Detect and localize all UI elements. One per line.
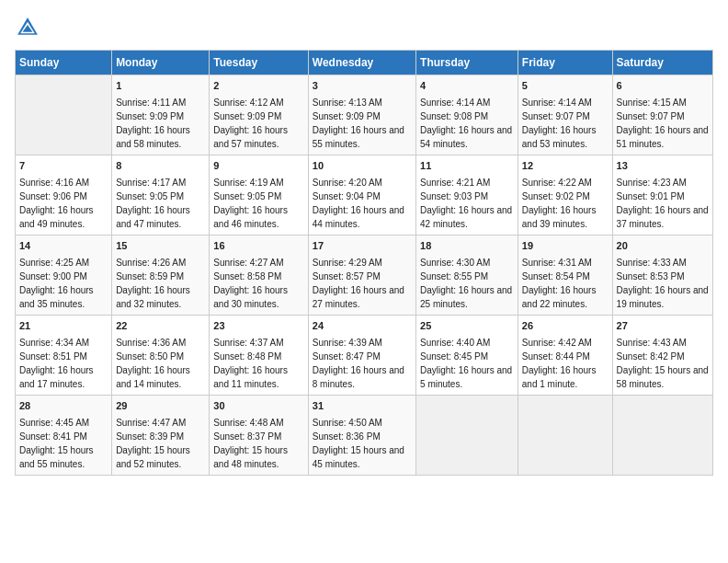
calendar-cell: 30Sunrise: 4:48 AMSunset: 8:37 PMDayligh… bbox=[210, 395, 308, 475]
sunrise-text: Sunrise: 4:22 AM bbox=[522, 178, 592, 188]
week-row-5: 28Sunrise: 4:45 AMSunset: 8:41 PMDayligh… bbox=[16, 395, 713, 475]
cell-info: Sunrise: 4:27 AMSunset: 8:58 PMDaylight:… bbox=[213, 256, 303, 311]
sunset-text: Sunset: 9:05 PM bbox=[116, 191, 184, 201]
sunrise-text: Sunrise: 4:20 AM bbox=[313, 178, 382, 188]
sunset-text: Sunset: 8:59 PM bbox=[116, 271, 184, 282]
day-number: 13 bbox=[617, 159, 709, 174]
sunrise-text: Sunrise: 4:21 AM bbox=[420, 178, 490, 188]
day-number: 5 bbox=[522, 79, 609, 94]
cell-info: Sunrise: 4:30 AMSunset: 8:55 PMDaylight:… bbox=[420, 256, 514, 311]
sunset-text: Sunset: 8:54 PM bbox=[522, 271, 590, 282]
sunrise-text: Sunrise: 4:12 AM bbox=[213, 98, 283, 108]
calendar-cell: 22Sunrise: 4:36 AMSunset: 8:50 PMDayligh… bbox=[112, 315, 210, 395]
sunset-text: Sunset: 9:07 PM bbox=[617, 111, 685, 121]
day-number: 12 bbox=[522, 159, 609, 174]
cell-info: Sunrise: 4:20 AMSunset: 9:04 PMDaylight:… bbox=[313, 176, 412, 231]
sunrise-text: Sunrise: 4:42 AM bbox=[522, 338, 592, 348]
sunrise-text: Sunrise: 4:19 AM bbox=[213, 178, 283, 188]
calendar-cell bbox=[16, 75, 112, 155]
sunset-text: Sunset: 8:53 PM bbox=[617, 271, 685, 282]
header-row: SundayMondayTuesdayWednesdayThursdayFrid… bbox=[16, 51, 713, 75]
sunrise-text: Sunrise: 4:17 AM bbox=[116, 178, 186, 188]
calendar-cell: 18Sunrise: 4:30 AMSunset: 8:55 PMDayligh… bbox=[416, 235, 518, 315]
sunrise-text: Sunrise: 4:25 AM bbox=[19, 258, 89, 268]
sunset-text: Sunset: 8:39 PM bbox=[116, 431, 184, 442]
calendar-cell bbox=[612, 395, 712, 475]
daylight-text: Daylight: 15 hours and 52 minutes. bbox=[116, 445, 190, 469]
calendar-cell bbox=[416, 395, 518, 475]
sunset-text: Sunset: 8:55 PM bbox=[420, 271, 488, 282]
day-number: 2 bbox=[213, 79, 303, 94]
calendar-cell: 11Sunrise: 4:21 AMSunset: 9:03 PMDayligh… bbox=[416, 155, 518, 235]
sunrise-text: Sunrise: 4:43 AM bbox=[617, 338, 687, 348]
sunset-text: Sunset: 8:36 PM bbox=[313, 431, 381, 442]
calendar-cell: 4Sunrise: 4:14 AMSunset: 9:08 PMDaylight… bbox=[416, 75, 518, 155]
calendar-cell: 24Sunrise: 4:39 AMSunset: 8:47 PMDayligh… bbox=[308, 315, 415, 395]
daylight-text: Daylight: 16 hours and 17 minutes. bbox=[19, 365, 94, 389]
sunrise-text: Sunrise: 4:23 AM bbox=[617, 178, 687, 188]
week-row-3: 14Sunrise: 4:25 AMSunset: 9:00 PMDayligh… bbox=[16, 235, 713, 315]
daylight-text: Daylight: 16 hours and 49 minutes. bbox=[19, 205, 94, 229]
day-number: 8 bbox=[116, 159, 205, 174]
logo-icon bbox=[15, 15, 40, 40]
calendar-cell: 23Sunrise: 4:37 AMSunset: 8:48 PMDayligh… bbox=[210, 315, 308, 395]
sunrise-text: Sunrise: 4:27 AM bbox=[213, 258, 283, 268]
day-number: 4 bbox=[420, 79, 514, 94]
calendar-cell: 10Sunrise: 4:20 AMSunset: 9:04 PMDayligh… bbox=[308, 155, 415, 235]
calendar-cell: 15Sunrise: 4:26 AMSunset: 8:59 PMDayligh… bbox=[112, 235, 210, 315]
calendar-table: SundayMondayTuesdayWednesdayThursdayFrid… bbox=[15, 50, 713, 476]
cell-info: Sunrise: 4:22 AMSunset: 9:02 PMDaylight:… bbox=[522, 176, 609, 231]
cell-info: Sunrise: 4:21 AMSunset: 9:03 PMDaylight:… bbox=[420, 176, 514, 231]
daylight-text: Daylight: 16 hours and 55 minutes. bbox=[313, 125, 404, 149]
calendar-cell bbox=[518, 395, 612, 475]
day-number: 22 bbox=[116, 319, 205, 334]
day-number: 11 bbox=[420, 159, 514, 174]
daylight-text: Daylight: 16 hours and 11 minutes. bbox=[213, 365, 288, 389]
sunset-text: Sunset: 8:50 PM bbox=[116, 351, 184, 362]
sunset-text: Sunset: 8:37 PM bbox=[213, 431, 281, 442]
daylight-text: Daylight: 16 hours and 25 minutes. bbox=[420, 285, 512, 309]
cell-info: Sunrise: 4:25 AMSunset: 9:00 PMDaylight:… bbox=[19, 256, 108, 311]
daylight-text: Daylight: 16 hours and 5 minutes. bbox=[420, 365, 512, 389]
calendar-cell: 13Sunrise: 4:23 AMSunset: 9:01 PMDayligh… bbox=[612, 155, 712, 235]
cell-info: Sunrise: 4:48 AMSunset: 8:37 PMDaylight:… bbox=[213, 416, 303, 471]
calendar-cell: 21Sunrise: 4:34 AMSunset: 8:51 PMDayligh… bbox=[16, 315, 112, 395]
sunset-text: Sunset: 8:41 PM bbox=[19, 431, 87, 442]
calendar-cell: 28Sunrise: 4:45 AMSunset: 8:41 PMDayligh… bbox=[16, 395, 112, 475]
cell-info: Sunrise: 4:16 AMSunset: 9:06 PMDaylight:… bbox=[19, 176, 108, 231]
daylight-text: Daylight: 16 hours and 14 minutes. bbox=[116, 365, 190, 389]
daylight-text: Daylight: 16 hours and 22 minutes. bbox=[522, 285, 597, 309]
sunset-text: Sunset: 8:48 PM bbox=[213, 351, 281, 362]
calendar-cell: 27Sunrise: 4:43 AMSunset: 8:42 PMDayligh… bbox=[612, 315, 712, 395]
calendar-cell: 20Sunrise: 4:33 AMSunset: 8:53 PMDayligh… bbox=[612, 235, 712, 315]
daylight-text: Daylight: 16 hours and 42 minutes. bbox=[420, 205, 512, 229]
sunset-text: Sunset: 8:42 PM bbox=[617, 351, 685, 362]
daylight-text: Daylight: 16 hours and 53 minutes. bbox=[522, 125, 597, 149]
cell-info: Sunrise: 4:39 AMSunset: 8:47 PMDaylight:… bbox=[313, 336, 412, 391]
page-header bbox=[15, 15, 713, 40]
sunrise-text: Sunrise: 4:13 AM bbox=[313, 98, 382, 108]
calendar-cell: 6Sunrise: 4:15 AMSunset: 9:07 PMDaylight… bbox=[612, 75, 712, 155]
cell-info: Sunrise: 4:12 AMSunset: 9:09 PMDaylight:… bbox=[213, 96, 303, 151]
day-number: 23 bbox=[213, 319, 303, 334]
sunset-text: Sunset: 8:44 PM bbox=[522, 351, 590, 362]
sunrise-text: Sunrise: 4:16 AM bbox=[19, 178, 89, 188]
day-number: 21 bbox=[19, 319, 108, 334]
daylight-text: Daylight: 16 hours and 37 minutes. bbox=[617, 205, 709, 229]
calendar-cell: 14Sunrise: 4:25 AMSunset: 9:00 PMDayligh… bbox=[16, 235, 112, 315]
sunrise-text: Sunrise: 4:45 AM bbox=[19, 418, 89, 428]
daylight-text: Daylight: 16 hours and 51 minutes. bbox=[617, 125, 709, 149]
sunrise-text: Sunrise: 4:14 AM bbox=[522, 98, 592, 108]
calendar-cell: 8Sunrise: 4:17 AMSunset: 9:05 PMDaylight… bbox=[112, 155, 210, 235]
sunset-text: Sunset: 9:08 PM bbox=[420, 111, 488, 121]
header-day-tuesday: Tuesday bbox=[210, 51, 308, 75]
cell-info: Sunrise: 4:40 AMSunset: 8:45 PMDaylight:… bbox=[420, 336, 514, 391]
sunset-text: Sunset: 9:09 PM bbox=[313, 111, 381, 121]
sunset-text: Sunset: 9:02 PM bbox=[522, 191, 590, 201]
calendar-cell: 17Sunrise: 4:29 AMSunset: 8:57 PMDayligh… bbox=[308, 235, 415, 315]
cell-info: Sunrise: 4:33 AMSunset: 8:53 PMDaylight:… bbox=[617, 256, 709, 311]
calendar-cell: 7Sunrise: 4:16 AMSunset: 9:06 PMDaylight… bbox=[16, 155, 112, 235]
sunrise-text: Sunrise: 4:15 AM bbox=[617, 98, 687, 108]
sunset-text: Sunset: 9:00 PM bbox=[19, 271, 87, 282]
sunset-text: Sunset: 8:45 PM bbox=[420, 351, 488, 362]
